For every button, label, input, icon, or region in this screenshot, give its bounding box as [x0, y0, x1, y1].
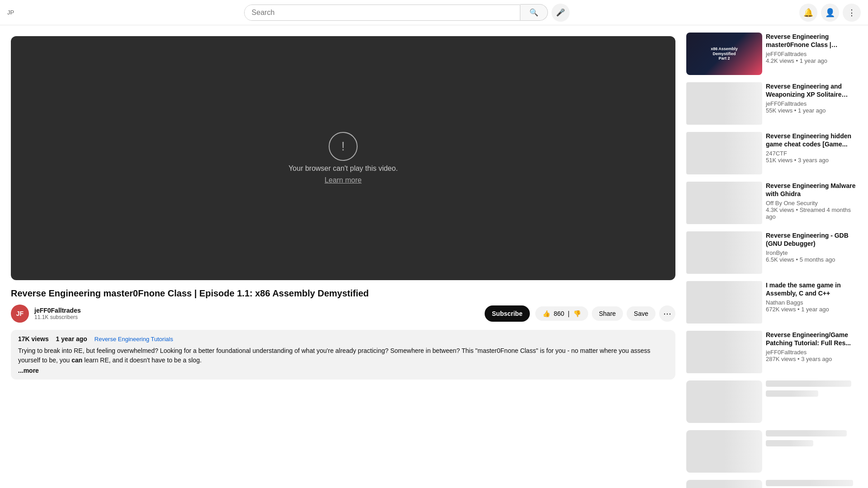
header-right: 🔔 👤 ⋮ — [799, 4, 861, 22]
sidebar-video-info-1: Reverse Engineering and Weaponizing XP S… — [766, 82, 861, 125]
show-more-button[interactable]: ...more — [18, 367, 39, 374]
sidebar-meta-6: 287K views • 3 years ago — [766, 356, 861, 362]
channel-info: jeFF0Falltrades 11.1K subscribers — [34, 307, 479, 320]
skeleton-row-0 — [686, 380, 861, 423]
sidebar-channel-1: jeFF0Falltrades — [766, 100, 861, 107]
video-error: ! Your browser can't play this video. Le… — [288, 132, 398, 184]
description-box: 17K views 1 year ago Reverse Engineering… — [11, 330, 675, 380]
skeleton-row-2 — [686, 480, 861, 488]
thumbs-up-icon: 👍 — [542, 310, 550, 317]
profile-icon: 👤 — [825, 8, 835, 18]
search-button[interactable]: 🔍 — [520, 4, 548, 21]
skeleton-info-c — [766, 480, 861, 488]
desc-text: Trying to break into RE, but feeling ove… — [18, 346, 668, 365]
skeleton-info-b — [766, 430, 861, 473]
header: JP 🔍 🎤 🔔 👤 ⋮ — [0, 0, 868, 25]
sidebar-thumb-6 — [686, 331, 762, 373]
more-icon: ⋮ — [848, 8, 856, 18]
sidebar-video-info-6: Reverse Engineering/Game Patching Tutori… — [766, 331, 861, 373]
sidebar-channel-5: Nathan Baggs — [766, 299, 861, 306]
sidebar-meta-0: 4.2K views • 1 year ago — [766, 57, 861, 64]
mic-icon: 🎤 — [556, 8, 565, 17]
like-button[interactable]: 👍 860 | 👎 — [535, 306, 588, 321]
sidebar-channel-3: Off By One Security — [766, 200, 861, 206]
header-left: JP — [7, 9, 14, 16]
sidebar-video-6[interactable]: Reverse Engineering/Game Patching Tutori… — [686, 331, 861, 373]
skeleton-row-1 — [686, 430, 861, 473]
error-icon: ! — [329, 132, 358, 161]
more-dots-icon: ⋯ — [663, 309, 671, 319]
channel-avatar: JF — [11, 305, 29, 323]
sidebar-video-title-4: Reverse Engineering - GDB (GNU Debugger) — [766, 231, 861, 248]
sidebar-thumb-0: x86 AssemblyDemystifiedPart 2 — [686, 33, 762, 75]
video-title: Reverse Engineering master0Fnone Class |… — [11, 287, 675, 299]
search-input-wrap — [244, 5, 520, 21]
sidebar-video-info-2: Reverse Engineering hidden game cheat co… — [766, 132, 861, 174]
video-player: ! Your browser can't play this video. Le… — [11, 36, 675, 280]
save-button[interactable]: Save — [627, 306, 656, 321]
notification-icon: 🔔 — [803, 8, 813, 18]
sidebar-meta-2: 51K views • 3 years ago — [766, 157, 861, 164]
sidebar-video-title-0: Reverse Engineering master0Fnone Class |… — [766, 33, 861, 49]
sidebar-video-info-0: Reverse Engineering master0Fnone Class |… — [766, 33, 861, 75]
sidebar-video-title-3: Reverse Engineering Malware with Ghidra — [766, 182, 861, 198]
mic-button[interactable]: 🎤 — [552, 4, 570, 22]
sidebar-channel-2: 247CTF — [766, 150, 861, 157]
sidebar-meta-5: 672K views • 1 year ago — [766, 306, 861, 313]
sidebar-thumb-5 — [686, 281, 762, 324]
view-count: 17K views — [18, 335, 49, 343]
share-button[interactable]: Share — [592, 306, 623, 321]
sidebar-video-title-2: Reverse Engineering hidden game cheat co… — [766, 132, 861, 148]
sidebar-channel-6: jeFF0Falltrades — [766, 349, 861, 356]
sidebar-thumb-1 — [686, 82, 762, 125]
more-actions-button[interactable]: ⋯ — [659, 305, 675, 322]
divider: | — [568, 310, 570, 317]
sidebar-video-info-5: I made the same game in Assembly, C and … — [766, 281, 861, 324]
sidebar-channel-4: IronByte — [766, 249, 861, 256]
sidebar-video-info-3: Reverse Engineering Malware with Ghidra … — [766, 182, 861, 224]
error-text: Your browser can't play this video. — [288, 164, 398, 173]
profile-button[interactable]: 👤 — [821, 4, 839, 22]
skeleton-thumb-a — [686, 380, 762, 423]
skeleton-thumb-c — [686, 480, 762, 488]
description-end: learn RE, and it doesn't have to be a sl… — [84, 357, 202, 364]
sidebar-meta-1: 55K views • 1 year ago — [766, 107, 861, 114]
sidebar-thumb-3 — [686, 182, 762, 224]
channel-subs: 11.1K subscribers — [34, 314, 479, 320]
more-options-button[interactable]: ⋮ — [843, 4, 861, 22]
sidebar-meta-3: 4.3K views • Streamed 4 months ago — [766, 206, 861, 220]
sidebar-video-info-4: Reverse Engineering - GDB (GNU Debugger)… — [766, 231, 861, 274]
notification-button[interactable]: 🔔 — [799, 4, 817, 22]
thumbs-down-icon: 👎 — [573, 310, 581, 317]
sidebar-video-title-1: Reverse Engineering and Weaponizing XP S… — [766, 82, 861, 99]
action-buttons: 👍 860 | 👎 Share Save ⋯ — [535, 305, 675, 322]
video-section: ! Your browser can't play this video. Le… — [0, 25, 686, 488]
main-layout: ! Your browser can't play this video. Le… — [0, 25, 868, 488]
subscribe-button[interactable]: Subscribe — [485, 305, 530, 322]
search-container: 🔍 🎤 — [244, 4, 570, 22]
sidebar-video-4[interactable]: Reverse Engineering - GDB (GNU Debugger)… — [686, 231, 861, 274]
description-bold: can — [71, 357, 82, 364]
channel-name[interactable]: jeFF0Falltrades — [34, 307, 479, 314]
logo-text: JP — [7, 9, 14, 16]
upload-date: 1 year ago — [56, 335, 87, 343]
sidebar-video-1[interactable]: Reverse Engineering and Weaponizing XP S… — [686, 82, 861, 125]
skeleton-info-a — [766, 380, 861, 423]
sidebar-video-0[interactable]: x86 AssemblyDemystifiedPart 2 Reverse En… — [686, 33, 861, 75]
desc-category[interactable]: Reverse Engineering Tutorials — [94, 336, 173, 343]
like-count: 860 — [554, 310, 564, 317]
avatar-text: JF — [16, 310, 24, 317]
skeleton-thumb-b — [686, 430, 762, 473]
sidebar-video-5[interactable]: I made the same game in Assembly, C and … — [686, 281, 861, 324]
search-input[interactable] — [245, 5, 520, 20]
sidebar-thumb-2 — [686, 132, 762, 174]
desc-meta: 17K views 1 year ago Reverse Engineering… — [18, 335, 668, 343]
sidebar-video-2[interactable]: Reverse Engineering hidden game cheat co… — [686, 132, 861, 174]
sidebar-channel-0: jeFF0Falltrades — [766, 51, 861, 57]
sidebar-thumb-4 — [686, 231, 762, 274]
sidebar-video-title-5: I made the same game in Assembly, C and … — [766, 281, 861, 297]
learn-more-link[interactable]: Learn more — [325, 176, 362, 184]
sidebar-video-3[interactable]: Reverse Engineering Malware with Ghidra … — [686, 182, 861, 224]
sidebar: x86 AssemblyDemystifiedPart 2 Reverse En… — [686, 25, 868, 488]
sidebar-video-title-6: Reverse Engineering/Game Patching Tutori… — [766, 331, 861, 347]
